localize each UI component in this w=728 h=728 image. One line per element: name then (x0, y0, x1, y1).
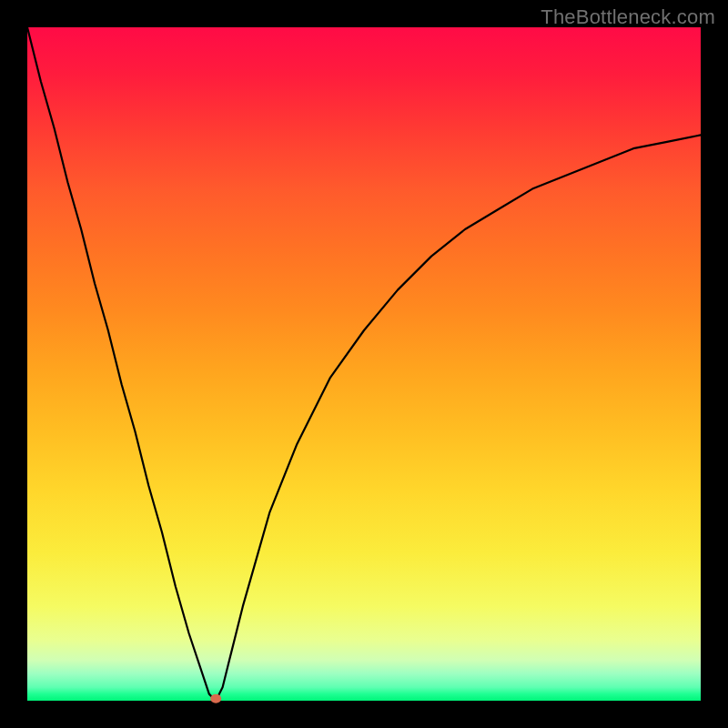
bottleneck-chart (27, 27, 701, 701)
bottleneck-curve (27, 27, 701, 701)
optimum-marker (210, 694, 221, 703)
watermark-text: TheBottleneck.com (541, 5, 715, 29)
